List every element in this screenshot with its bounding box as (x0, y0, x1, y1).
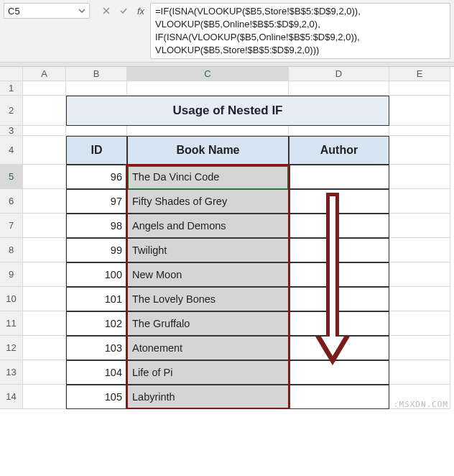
cell[interactable] (389, 311, 450, 336)
cell[interactable] (23, 238, 66, 262)
cell[interactable] (23, 214, 66, 238)
cell[interactable] (23, 336, 66, 360)
check-icon[interactable] (117, 4, 130, 17)
spreadsheet-grid: A B C D E 1 2 Usage of Nested IF 3 4 ID … (0, 67, 454, 409)
cell[interactable] (23, 189, 66, 214)
col-head-B[interactable]: B (66, 67, 127, 81)
cell-id[interactable]: 101 (66, 287, 127, 311)
cell-id[interactable]: 99 (66, 238, 127, 262)
header-author[interactable]: Author (289, 136, 389, 165)
formula-bar: C5 fx =IF(ISNA(VLOOKUP($B5,Store!$B$5:$D… (0, 0, 454, 63)
cell[interactable] (23, 136, 66, 165)
cell-id[interactable]: 96 (66, 165, 127, 189)
cell-id[interactable]: 98 (66, 214, 127, 238)
cell[interactable] (23, 360, 66, 385)
down-arrow-annotation (318, 193, 347, 365)
cell[interactable] (23, 96, 66, 126)
row-head-9[interactable]: 9 (0, 262, 23, 287)
cell-book-name[interactable]: Twilight (127, 238, 289, 262)
cell[interactable] (127, 126, 289, 136)
cell-id[interactable]: 102 (66, 311, 127, 336)
cell[interactable] (389, 262, 450, 287)
row-head-13[interactable]: 13 (0, 360, 23, 385)
cell[interactable] (66, 126, 127, 136)
col-head-C[interactable]: C (127, 67, 289, 81)
row-head-1[interactable]: 1 (0, 81, 23, 96)
cell[interactable] (389, 165, 450, 189)
row-head-8[interactable]: 8 (0, 238, 23, 262)
name-box[interactable]: C5 (4, 3, 90, 19)
cell[interactable] (389, 136, 450, 165)
cell-author[interactable] (289, 385, 389, 409)
cell-id[interactable]: 103 (66, 336, 127, 360)
cell-id[interactable]: 100 (66, 262, 127, 287)
cell[interactable] (389, 238, 450, 262)
cell[interactable] (389, 96, 450, 126)
cancel-icon[interactable] (100, 4, 113, 17)
row-head-2[interactable]: 2 (0, 96, 23, 126)
title-cell[interactable]: Usage of Nested IF (66, 96, 389, 126)
cell[interactable] (389, 287, 450, 311)
cell[interactable] (289, 126, 389, 136)
cell-book-name[interactable]: New Moon (127, 262, 289, 287)
cell[interactable] (389, 126, 450, 136)
row-head-4[interactable]: 4 (0, 136, 23, 165)
cell-book-name[interactable]: The Lovely Bones (127, 287, 289, 311)
cell[interactable] (127, 81, 289, 96)
cell-author[interactable] (289, 165, 389, 189)
row-head-14[interactable]: 14 (0, 385, 23, 409)
cell[interactable] (389, 81, 450, 96)
cell-id[interactable]: 105 (66, 385, 127, 409)
watermark: :MSXDN.COM (394, 400, 448, 409)
cell-id[interactable]: 97 (66, 189, 127, 214)
cell-book-name[interactable]: The Da Vinci Code (127, 165, 289, 189)
cell[interactable] (23, 385, 66, 409)
select-all-corner[interactable] (0, 67, 23, 81)
header-id[interactable]: ID (66, 136, 127, 165)
cell[interactable] (389, 336, 450, 360)
col-head-D[interactable]: D (289, 67, 389, 81)
row-head-6[interactable]: 6 (0, 189, 23, 214)
column-headers: A B C D E (0, 67, 454, 81)
fx-icon[interactable]: fx (134, 4, 147, 17)
cell-book-name[interactable]: Life of Pi (127, 360, 289, 385)
row-head-11[interactable]: 11 (0, 311, 23, 336)
cell-book-name[interactable]: Atonement (127, 336, 289, 360)
col-head-E[interactable]: E (389, 67, 450, 81)
cell[interactable] (389, 214, 450, 238)
header-name[interactable]: Book Name (127, 136, 289, 165)
cell[interactable] (23, 311, 66, 336)
cell[interactable] (23, 165, 66, 189)
cell-book-name[interactable]: Fifty Shades of Grey (127, 189, 289, 214)
cell[interactable] (289, 81, 389, 96)
cell-reference: C5 (8, 6, 20, 17)
formula-bar-buttons: fx (97, 3, 150, 19)
col-head-A[interactable]: A (23, 67, 66, 81)
cell[interactable] (66, 81, 127, 96)
cell[interactable] (23, 81, 66, 96)
cell-id[interactable]: 104 (66, 360, 127, 385)
cell[interactable] (389, 360, 450, 385)
cell-book-name[interactable]: The Gruffalo (127, 311, 289, 336)
row-head-5[interactable]: 5 (0, 165, 23, 189)
cell[interactable] (23, 287, 66, 311)
cell-book-name[interactable]: Angels and Demons (127, 214, 289, 238)
cell[interactable] (23, 262, 66, 287)
row-head-7[interactable]: 7 (0, 214, 23, 238)
row-head-12[interactable]: 12 (0, 336, 23, 360)
cell-book-name[interactable]: Labyrinth (127, 385, 289, 409)
row-head-3[interactable]: 3 (0, 126, 23, 136)
cell[interactable] (23, 126, 66, 136)
chevron-down-icon[interactable] (78, 7, 85, 14)
formula-input[interactable]: =IF(ISNA(VLOOKUP($B5,Store!$B$5:$D$9,2,0… (150, 3, 450, 59)
cell[interactable] (389, 189, 450, 214)
row-head-10[interactable]: 10 (0, 287, 23, 311)
